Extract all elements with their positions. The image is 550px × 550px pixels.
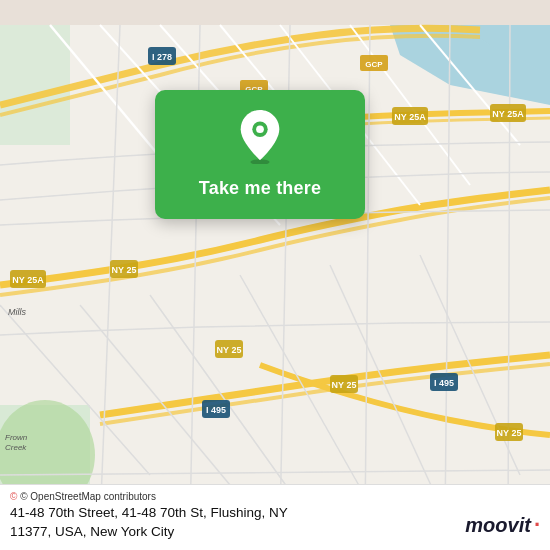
map-background: I 278 GCP GCP NY 25A NY 25A NY 25A NY 25… (0, 0, 550, 550)
svg-text:I 278: I 278 (152, 52, 172, 62)
map-container: I 278 GCP GCP NY 25A NY 25A NY 25A NY 25… (0, 0, 550, 550)
address-line2: 11377, USA, New York City (10, 524, 174, 539)
location-pin-icon (236, 108, 284, 164)
attribution-text: © © OpenStreetMap contributors (10, 491, 540, 502)
svg-text:NY 25A: NY 25A (394, 112, 426, 122)
address-text: 41-48 70th Street, 41-48 70th St, Flushi… (10, 504, 540, 542)
osm-copyright: © (10, 491, 17, 502)
svg-text:Creek: Creek (5, 443, 27, 452)
svg-rect-3 (0, 25, 70, 145)
svg-text:NY 25: NY 25 (217, 345, 242, 355)
moovit-logo: moovit · (465, 512, 540, 538)
svg-text:Mills: Mills (8, 307, 26, 317)
svg-text:NY 25A: NY 25A (492, 109, 524, 119)
moovit-dot: · (534, 512, 540, 538)
svg-text:NY 25: NY 25 (112, 265, 137, 275)
moovit-logo-text: moovit (465, 514, 531, 537)
svg-text:NY 25A: NY 25A (12, 275, 44, 285)
svg-text:GCP: GCP (365, 60, 383, 69)
svg-text:I 495: I 495 (206, 405, 226, 415)
take-me-there-button[interactable]: Take me there (191, 174, 329, 203)
attribution-label: © OpenStreetMap contributors (20, 491, 156, 502)
svg-text:Frown: Frown (5, 433, 28, 442)
svg-text:NY 25: NY 25 (497, 428, 522, 438)
svg-text:NY 25: NY 25 (332, 380, 357, 390)
address-line1: 41-48 70th Street, 41-48 70th St, Flushi… (10, 505, 288, 520)
svg-point-35 (256, 125, 264, 133)
svg-text:I 495: I 495 (434, 378, 454, 388)
location-card: Take me there (155, 90, 365, 219)
